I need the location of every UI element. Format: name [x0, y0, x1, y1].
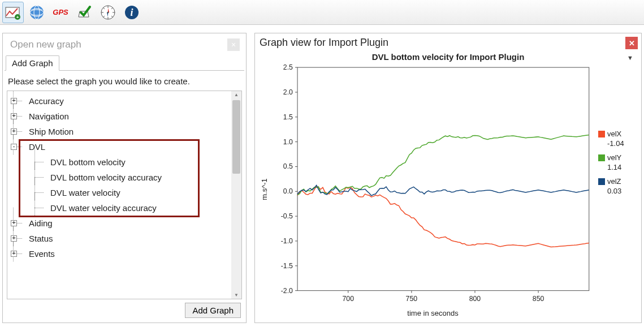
- expand-aiding[interactable]: +: [11, 220, 17, 226]
- toolbar-btn-gps[interactable]: GPS: [50, 2, 71, 23]
- close-chart-button[interactable]: ✕: [625, 37, 638, 49]
- tree-item-dvl[interactable]: DVL: [29, 142, 45, 152]
- svg-point-3: [30, 6, 44, 19]
- expand-accuracy[interactable]: +: [11, 98, 17, 104]
- svg-text:-1.5: -1.5: [281, 262, 293, 270]
- expand-events[interactable]: +: [11, 251, 17, 257]
- compass-icon: [100, 5, 116, 20]
- tree-scrollbar[interactable]: [231, 91, 241, 299]
- tree-item-events[interactable]: Events: [29, 249, 55, 259]
- svg-text:1.0: 1.0: [283, 138, 293, 146]
- gps-icon: GPS: [53, 8, 68, 16]
- tree-item-status[interactable]: Status: [29, 234, 53, 243]
- expand-navigation[interactable]: +: [11, 113, 17, 119]
- toolbar-btn-compass[interactable]: [97, 2, 119, 23]
- tree-item-navigation[interactable]: Navigation: [29, 111, 69, 121]
- graph-type-tree: + Accuracy + Navigation + Ship Motion: [7, 91, 242, 299]
- legend-value-vely: 1.14: [598, 163, 639, 171]
- legend-velz: velZ: [598, 177, 639, 186]
- expand-status[interactable]: +: [11, 235, 17, 242]
- checkmark-icon: [76, 5, 92, 20]
- svg-point-17: [107, 11, 109, 13]
- legend-value-velz: 0.03: [598, 187, 639, 195]
- svg-text:+: +: [16, 15, 19, 20]
- expand-ship-motion[interactable]: +: [11, 128, 17, 135]
- svg-text:0.0: 0.0: [283, 187, 293, 195]
- toolbar-btn-info[interactable]: i: [121, 2, 142, 23]
- svg-text:2.5: 2.5: [283, 63, 293, 71]
- tree-item-ship-motion[interactable]: Ship Motion: [29, 127, 74, 136]
- y-axis-label: m.s^-1: [257, 62, 271, 317]
- toolbar: + GPS: [0, 0, 644, 25]
- tree-item-accuracy[interactable]: Accuracy: [29, 96, 64, 106]
- tree-item-aiding[interactable]: Aiding: [29, 218, 53, 228]
- toolbar-btn-new-graph[interactable]: +: [2, 2, 24, 23]
- legend-vely: velY: [598, 153, 639, 162]
- svg-text:0.5: 0.5: [283, 163, 293, 171]
- svg-text:2.0: 2.0: [283, 88, 293, 96]
- svg-rect-20: [297, 67, 589, 291]
- legend-label-vely: velY: [607, 153, 621, 162]
- globe-icon: [29, 5, 45, 20]
- svg-text:850: 850: [533, 295, 544, 303]
- close-panel-button[interactable]: ×: [227, 38, 240, 51]
- svg-text:750: 750: [406, 295, 418, 303]
- legend-swatch-vely: [598, 154, 605, 161]
- open-new-graph-panel: Open new graph × Add Graph Please select…: [2, 33, 247, 323]
- legend-label-velz: velZ: [607, 177, 621, 186]
- legend-swatch-velz: [598, 178, 605, 185]
- legend-label-velx: velX: [607, 130, 621, 138]
- chart-area: DVL bottom velocity for Import Plugin ▼ …: [257, 51, 639, 320]
- legend-velx: velX: [598, 130, 639, 138]
- svg-text:-1.0: -1.0: [281, 237, 293, 245]
- svg-text:-0.5: -0.5: [281, 212, 293, 220]
- new-graph-icon: +: [5, 5, 21, 20]
- graph-view-title: Graph view for Import Plugin: [257, 36, 639, 51]
- toolbar-btn-globe[interactable]: [26, 2, 47, 23]
- add-graph-button[interactable]: Add Graph: [185, 303, 241, 318]
- chart-menu-icon[interactable]: ▼: [627, 54, 633, 61]
- tree-item-dvl-bottom-velocity-accuracy[interactable]: DVL bottom velocity accuracy: [50, 173, 162, 182]
- toolbar-btn-check[interactable]: [74, 2, 95, 23]
- tree-item-dvl-bottom-velocity[interactable]: DVL bottom velocity: [50, 157, 126, 167]
- info-icon: i: [124, 5, 140, 20]
- chart-legend: velX -1.04 velY 1.14 velZ 0.03: [595, 62, 639, 317]
- chart-plot[interactable]: -2.0-1.5-1.0-0.50.00.51.01.52.02.5700750…: [271, 62, 595, 308]
- svg-text:1.5: 1.5: [283, 113, 293, 121]
- tabbar: Add Graph: [5, 55, 244, 71]
- svg-text:-2.0: -2.0: [281, 287, 293, 295]
- prompt-text: Please select the graph you would like t…: [5, 71, 244, 89]
- svg-text:i: i: [130, 7, 133, 18]
- x-axis-label: time in seconds: [271, 308, 595, 317]
- tab-add-graph[interactable]: Add Graph: [6, 55, 59, 71]
- legend-swatch-velx: [598, 131, 605, 137]
- scroll-thumb[interactable]: [232, 100, 240, 174]
- tree-item-dvl-water-velocity[interactable]: DVL water velocity: [50, 188, 120, 197]
- chart-title: DVL bottom velocity for Import Plugin: [372, 52, 525, 62]
- svg-text:700: 700: [343, 295, 355, 303]
- collapse-dvl[interactable]: -: [11, 144, 17, 150]
- svg-text:800: 800: [469, 295, 481, 303]
- legend-value-velx: -1.04: [598, 139, 639, 148]
- panel-title: Open new graph: [10, 39, 81, 50]
- graph-view-panel: Graph view for Import Plugin ✕ DVL botto…: [254, 33, 642, 323]
- tree-item-dvl-water-velocity-accuracy[interactable]: DVL water velocity accuracy: [50, 203, 157, 213]
